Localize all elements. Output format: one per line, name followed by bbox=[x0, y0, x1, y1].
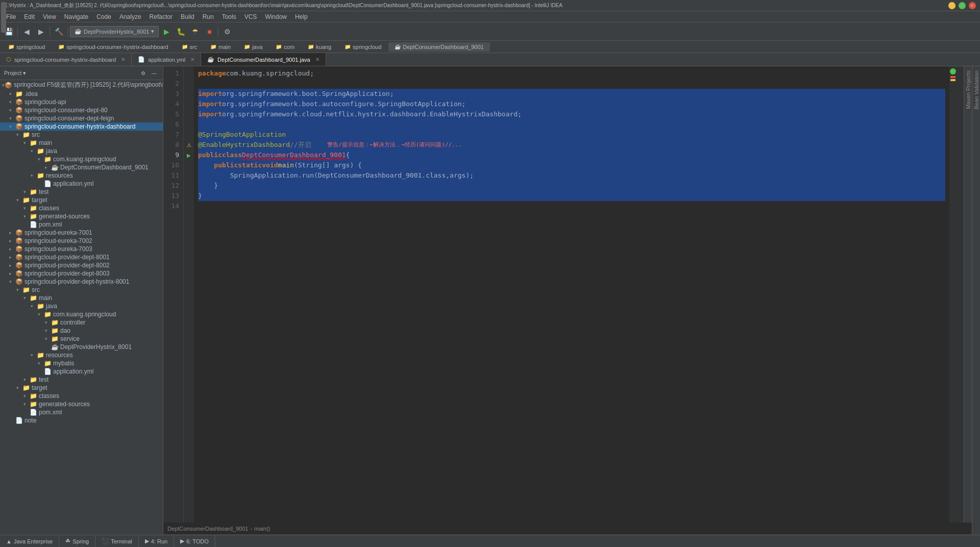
file-tab-application-yml[interactable]: 📄 application.yml ✕ bbox=[132, 53, 201, 66]
tab-springcloud[interactable]: 📁 springcloud bbox=[2, 42, 51, 52]
sidebar-tree-item[interactable]: ▸ 📦 springcloud-eureka-7003 bbox=[0, 245, 163, 253]
sidebar-tree-item[interactable]: 📄 pom.xml bbox=[0, 408, 163, 416]
sidebar-tree-item[interactable]: ▾ 📁 classes bbox=[0, 204, 163, 212]
code-editor[interactable]: package com.kuang.springcloud;import org… bbox=[194, 66, 949, 523]
sidebar-tree-item[interactable]: 📄 application.yml bbox=[0, 180, 163, 188]
sidebar-tree-item[interactable]: ▾ 📁 main bbox=[0, 294, 163, 302]
tool-tab-java-enterprise[interactable]: ▲ Java Enterprise bbox=[0, 535, 59, 547]
tool-tab-terminal[interactable]: ⬛ Terminal bbox=[95, 535, 139, 547]
sidebar-tree-item[interactable]: ▾ 📁 generated-sources bbox=[0, 400, 163, 408]
build-button[interactable]: 🔨 bbox=[52, 25, 65, 38]
back-button[interactable]: ◀ bbox=[20, 25, 33, 38]
menu-build[interactable]: Build bbox=[177, 12, 199, 21]
run-gutter-icon[interactable]: ▶ bbox=[187, 153, 191, 158]
sidebar-tree-item[interactable]: ▾ 📁 main bbox=[0, 139, 163, 147]
tool-tab-spring[interactable]: ☘ Spring bbox=[59, 535, 95, 547]
sidebar-tree-item[interactable]: ▾ 📁 resources bbox=[0, 351, 163, 359]
sidebar-tree-item[interactable]: ▾ 📁 com.kuang.springcloud bbox=[0, 155, 163, 163]
menu-vcs[interactable]: VCS bbox=[240, 12, 261, 21]
sidebar-tree-item[interactable]: ▸ 📦 springcloud-provider-dept-8002 bbox=[0, 261, 163, 269]
coverage-button[interactable]: ☂ bbox=[188, 25, 202, 38]
close-button[interactable]: ✕ bbox=[969, 2, 976, 9]
sidebar-tree-item[interactable]: ▾ 📦 springcloud-consumer-hystrix-dashboa… bbox=[0, 122, 163, 131]
tab-deptconsumer[interactable]: ☕ DeptConsumerDashboard_9001 bbox=[388, 42, 489, 52]
run-config-selector[interactable]: ☕ DeptProviderHystrix_8001 ▾ bbox=[70, 26, 159, 37]
sidebar-tree-item[interactable]: ▾ 📦 springcloud-api bbox=[0, 98, 163, 106]
sidebar-tree-item[interactable]: ▸ 📦 springcloud-provider-dept-8003 bbox=[0, 269, 163, 278]
tab-src[interactable]: 📁 src bbox=[176, 42, 204, 52]
breadcrumb-separator: › bbox=[250, 526, 252, 532]
menu-run[interactable]: Run bbox=[199, 12, 218, 21]
tab-kuang[interactable]: 📁 kuang bbox=[302, 42, 337, 52]
sidebar-tree-item[interactable]: ▾ 📁 .idea bbox=[0, 90, 163, 98]
sidebar-tree-item[interactable]: ▾ 📁 classes bbox=[0, 392, 163, 400]
sidebar-tree-item[interactable]: 📄 application.yml bbox=[0, 367, 163, 376]
bean-validation-label[interactable]: Bean Validation bbox=[972, 66, 981, 113]
sidebar-tree-item[interactable]: ▾ 📁 mybatis bbox=[0, 359, 163, 367]
warning-marker[interactable] bbox=[950, 79, 955, 81]
sidebar-settings-button[interactable]: ⚙ bbox=[138, 68, 148, 78]
sidebar-tree-item[interactable]: ▸ 📦 springcloud-provider-dept-8001 bbox=[0, 253, 163, 261]
toolbar-sep-1 bbox=[17, 27, 18, 37]
right-scrollbar[interactable] bbox=[957, 66, 964, 523]
sidebar-tree-item[interactable]: ▾ 📦 springcloud-provider-dept-hystrix-80… bbox=[0, 278, 163, 286]
sidebar-tree-item[interactable]: ▾ 📁 test bbox=[0, 376, 163, 384]
stop-button[interactable]: ■ bbox=[203, 25, 216, 38]
sidebar-tree-item[interactable]: ▾ 📁 src bbox=[0, 131, 163, 139]
maximize-button[interactable]: □ bbox=[959, 2, 966, 9]
sidebar-tree-item[interactable]: ▾ 📁 target bbox=[0, 196, 163, 204]
forward-button[interactable]: ▶ bbox=[34, 25, 47, 38]
menu-window[interactable]: Window bbox=[261, 12, 291, 21]
file-tab-deptconsumer[interactable]: ☕ DeptConsumerDashboard_9001.java ✕ bbox=[201, 53, 326, 66]
sidebar-tree-item[interactable]: 📄 note bbox=[0, 416, 163, 425]
settings-button[interactable]: ⚙ bbox=[220, 25, 234, 38]
close-tab-icon[interactable]: ✕ bbox=[121, 57, 125, 62]
sidebar-collapse-button[interactable]: — bbox=[150, 68, 159, 78]
minimize-button[interactable]: ─ bbox=[948, 2, 955, 9]
sidebar-tree-item[interactable]: ▾ 📁 com.kuang.springcloud bbox=[0, 310, 163, 318]
sidebar-tree-item[interactable]: ▾ 📁 java bbox=[0, 147, 163, 155]
tab-springcloud2[interactable]: 📁 springcloud bbox=[338, 42, 387, 52]
tab-consumer-hystrix[interactable]: 📁 springcloud-consumer-hystrix-dashboard bbox=[52, 42, 174, 52]
debug-button[interactable]: 🐛 bbox=[174, 25, 187, 38]
sidebar-tree-item[interactable]: ☕ DeptProviderHystrix_8001 bbox=[0, 343, 163, 351]
menu-code[interactable]: Code bbox=[92, 12, 115, 21]
menu-view[interactable]: View bbox=[39, 12, 60, 21]
menu-edit[interactable]: Edit bbox=[20, 12, 39, 21]
sidebar-tree-item[interactable]: ▾ 📁 controller bbox=[0, 318, 163, 327]
maven-projects-label[interactable]: Maven Projects bbox=[964, 66, 972, 113]
tab-label: java bbox=[252, 44, 262, 50]
sidebar-tree-item[interactable]: 📄 pom.xml bbox=[0, 220, 163, 229]
tab-main[interactable]: 📁 main bbox=[204, 42, 237, 52]
sidebar-tree-item[interactable]: ▾ 📁 src bbox=[0, 286, 163, 294]
menu-analyze[interactable]: Analyze bbox=[115, 12, 145, 21]
tool-tab-run[interactable]: ▶ 4: Run bbox=[139, 535, 174, 547]
menu-navigate[interactable]: Navigate bbox=[60, 12, 92, 21]
sidebar-tree-item[interactable]: ▾ 📁 service bbox=[0, 335, 163, 343]
file-tab-consumer-hystrix[interactable]: ⬡ springcloud-consumer-hystrix-dashboard… bbox=[0, 53, 132, 66]
sidebar-tree-item[interactable]: ▾ 📦 springcloud-consumer-dept-80 bbox=[0, 106, 163, 114]
sidebar-tree-item[interactable]: ▾ 📁 test bbox=[0, 188, 163, 196]
tab-java[interactable]: 📁 java bbox=[238, 42, 268, 52]
sidebar-tree-item[interactable]: ▾ 📁 dao bbox=[0, 327, 163, 335]
sidebar-tree-item[interactable]: ▾ 📁 generated-sources bbox=[0, 212, 163, 220]
toolbar: 💾 ◀ ▶ 🔨 ☕ DeptProviderHystrix_8001 ▾ ▶ 🐛… bbox=[0, 22, 980, 41]
menu-tools[interactable]: Tools bbox=[218, 12, 240, 21]
sidebar-tree-item[interactable]: ▾ 📦 springcloud-consumer-dept-feign bbox=[0, 114, 163, 122]
menu-refactor[interactable]: Refactor bbox=[145, 12, 177, 21]
run-button[interactable]: ▶ bbox=[160, 25, 173, 38]
sidebar-tree-item[interactable]: ▸ 📦 springcloud-eureka-7001 bbox=[0, 229, 163, 237]
close-tab-icon[interactable]: ✕ bbox=[190, 57, 194, 62]
sidebar-tree-item[interactable]: ▾ 📦 springcloud F5级监管(西开) [19525] 2.代码\s… bbox=[0, 80, 163, 90]
sidebar-tree-item[interactable]: ▸ 📦 springcloud-eureka-7002 bbox=[0, 237, 163, 245]
code-line: } bbox=[198, 191, 945, 201]
sidebar-tree-item[interactable]: ▾ 📁 java bbox=[0, 302, 163, 310]
sidebar-tree-item[interactable]: ▾ 📁 target bbox=[0, 384, 163, 392]
tool-tab-todo[interactable]: ▶ 6: TODO bbox=[174, 535, 215, 547]
tab-com[interactable]: 📁 com bbox=[270, 42, 301, 52]
menu-help[interactable]: Help bbox=[291, 12, 312, 21]
close-tab-icon[interactable]: ✕ bbox=[315, 57, 320, 62]
sidebar-tree-item[interactable]: ▸ ☕ DeptConsumerDashboard_9001 bbox=[0, 163, 163, 171]
error-marker[interactable] bbox=[950, 76, 955, 78]
sidebar-tree-item[interactable]: ▾ 📁 resources bbox=[0, 171, 163, 180]
